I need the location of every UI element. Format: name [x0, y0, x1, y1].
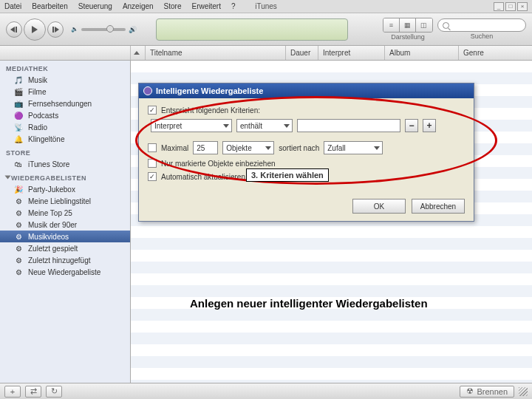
col-num[interactable] [131, 46, 146, 60]
rule-field-dropdown[interactable]: Interpret [151, 119, 232, 132]
close-button[interactable]: × [517, 2, 528, 11]
playlist-icon: 🔔 [13, 134, 24, 143]
sidebar-playlist-item-2[interactable]: ⚙Meine Top 25 [0, 207, 130, 219]
volume-slider[interactable]: 🔈 🔊 [71, 26, 137, 33]
playlist-icon: ⚙ [13, 244, 24, 253]
col-genre[interactable]: Genre [459, 46, 532, 60]
rule-op-dropdown[interactable]: enthält [236, 119, 293, 132]
playlist-icon: 📡 [13, 123, 24, 132]
toolbar: 🔈 🔊 ≡ ▦ ◫ Darstellung Suchen [0, 13, 532, 46]
volume-high-icon: 🔊 [129, 26, 137, 33]
view-grid-icon[interactable]: ▦ [400, 18, 416, 32]
playlist-icon: ⚙ [13, 197, 24, 205]
playlist-icon: ⚙ [13, 267, 24, 276]
sidebar-library-item-2[interactable]: 📺Fernsehsendungen [0, 98, 130, 109]
sidebar-library-item-1[interactable]: 🎬Filme [0, 86, 130, 98]
menu-datei[interactable]: Datei [4, 2, 21, 10]
view-coverflow-icon[interactable]: ◫ [416, 18, 432, 32]
search-icon [443, 22, 449, 29]
sidebar-library-item-0[interactable]: 🎵Musik [0, 74, 130, 86]
playlist-icon: ⚙ [13, 220, 24, 229]
playlist-icon: ⚙ [13, 208, 24, 217]
sidebar-library-item-3[interactable]: 🟣Podcasts [0, 109, 130, 121]
dialog-title: Intelligente Wiedergabeliste [156, 86, 263, 95]
menu-help[interactable]: ? [231, 2, 236, 10]
sidebar-header-store: STORE [0, 145, 130, 158]
col-duration[interactable]: Dauer [286, 46, 318, 60]
maximize-button[interactable]: □ [505, 2, 516, 11]
live-update-checkbox[interactable]: ✓ [148, 172, 157, 181]
menu-anzeigen[interactable]: Anzeigen [123, 2, 154, 10]
playlist-icon: 🎵 [13, 75, 24, 84]
limit-sort-label: sortiert nach [279, 144, 319, 152]
col-artist[interactable]: Interpret [318, 46, 385, 60]
sidebar-item-label: Musikvideos [28, 233, 69, 241]
playlist-icon: 📺 [13, 99, 24, 108]
add-playlist-button[interactable]: + [4, 386, 21, 398]
menu-steuerung[interactable]: Steuerung [78, 2, 112, 10]
sidebar-item-label: Zuletzt hinzugefügt [28, 256, 91, 265]
sidebar-playlist-item-3[interactable]: ⚙Musik der 90er [0, 219, 130, 231]
lcd-display [156, 18, 348, 41]
view-label: Darstellung [391, 33, 425, 41]
rule-value-input[interactable] [297, 119, 400, 132]
smart-playlist-dialog: Intelligente Wiedergabeliste ✓ Entsprich… [138, 83, 474, 222]
sidebar-playlist-item-6[interactable]: ⚙Zuletzt hinzugefügt [0, 254, 130, 266]
playlist-icon: 🎬 [13, 87, 24, 96]
minimize-button[interactable]: _ [494, 2, 504, 11]
limit-checkbox[interactable] [148, 143, 157, 152]
limit-sort-dropdown[interactable]: Zufall [324, 141, 383, 154]
match-label: Entspricht folgenden Kriterien: [161, 106, 260, 115]
play-button[interactable] [24, 18, 46, 41]
col-title[interactable]: Titelname [146, 46, 286, 60]
playlist-icon: ⚙ [13, 232, 24, 241]
smart-playlist-icon [143, 86, 152, 95]
limit-value-input[interactable]: 25 [193, 141, 218, 154]
resize-handle[interactable] [519, 387, 528, 396]
limit-unit-dropdown[interactable]: Objekte [222, 141, 274, 154]
sidebar-store-item-0[interactable]: 🛍iTunes Store [0, 158, 130, 170]
sidebar-library-item-4[interactable]: 📡Radio [0, 121, 130, 133]
menu-bearbeiten[interactable]: Bearbeiten [32, 2, 67, 10]
statusbar: + ⇄ ↻ ☢Brennen [0, 383, 532, 399]
sidebar-item-label: Musik der 90er [28, 221, 77, 229]
volume-low-icon: 🔈 [71, 26, 78, 33]
sidebar-playlist-item-0[interactable]: 🎉Party-Jukebox [0, 183, 130, 195]
checked-only-label: Nur markierte Objekte einbeziehen [161, 160, 276, 168]
view-switcher[interactable]: ≡ ▦ ◫ [383, 18, 433, 33]
playlist-icon: 🟣 [13, 111, 24, 120]
match-checkbox[interactable]: ✓ [148, 106, 157, 115]
sidebar-item-label: Neue Wiedergabeliste [28, 268, 100, 276]
search-input[interactable] [437, 18, 526, 32]
sidebar-item-label: Zuletzt gespielt [28, 245, 78, 253]
sidebar-item-label: iTunes Store [28, 160, 69, 168]
burn-button[interactable]: ☢Brennen [460, 386, 514, 398]
checked-only-checkbox[interactable] [148, 159, 157, 168]
next-button[interactable] [47, 21, 64, 38]
menu-erweitert[interactable]: Erweitert [192, 2, 221, 10]
sidebar-library-item-5[interactable]: 🔔Klingeltöne [0, 133, 130, 145]
cancel-button[interactable]: Abbrechen [412, 199, 465, 214]
sidebar-playlist-item-4[interactable]: ⚙Musikvideos [0, 231, 130, 242]
sidebar-playlist-item-7[interactable]: ⚙Neue Wiedergabeliste [0, 266, 130, 278]
dialog-titlebar[interactable]: Intelligente Wiedergabeliste [139, 83, 474, 98]
sidebar-item-label: Fernsehsendungen [28, 100, 92, 108]
sidebar-playlist-item-1[interactable]: ⚙Meine Lieblingstitel [0, 195, 130, 207]
remove-rule-button[interactable]: − [405, 119, 418, 132]
sidebar-header-library: MEDIATHEK [0, 61, 130, 74]
sidebar-item-label: Radio [28, 123, 47, 132]
add-rule-button[interactable]: + [423, 119, 436, 132]
playlist-icon: 🎉 [13, 185, 24, 194]
playlist-icon: ⚙ [13, 256, 24, 265]
shuffle-button[interactable]: ⇄ [25, 386, 41, 398]
menu-store[interactable]: Store [164, 2, 182, 10]
ok-button[interactable]: OK [352, 199, 406, 214]
sidebar-playlist-item-5[interactable]: ⚙Zuletzt gespielt [0, 242, 130, 254]
window-title: iTunes [255, 2, 277, 10]
prev-button[interactable] [6, 21, 22, 38]
view-list-icon[interactable]: ≡ [383, 18, 400, 32]
repeat-button[interactable]: ↻ [46, 386, 62, 398]
slide-caption: Anlegen neuer intelligenter Wiedergabeli… [190, 297, 428, 310]
col-album[interactable]: Album [385, 46, 459, 60]
sidebar-item-label: Klingeltöne [28, 135, 64, 143]
